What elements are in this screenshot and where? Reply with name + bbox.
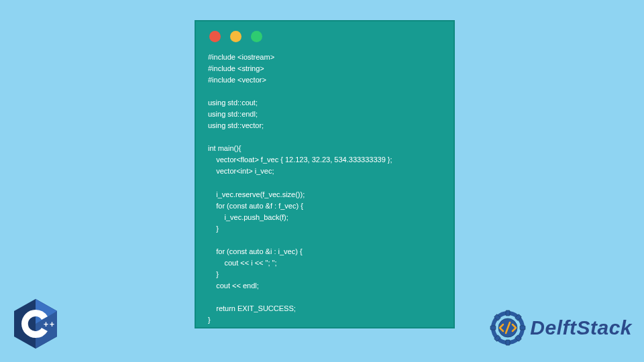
minimize-icon[interactable] bbox=[230, 31, 241, 42]
delftstack-logo: DelftStack bbox=[490, 310, 632, 346]
svg-rect-6 bbox=[506, 310, 510, 316]
svg-text:+: + bbox=[44, 320, 48, 329]
svg-rect-8 bbox=[490, 326, 496, 330]
gear-icon bbox=[490, 310, 526, 346]
window-controls bbox=[209, 31, 441, 42]
delftstack-label: DelftStack bbox=[530, 316, 632, 339]
cpp-logo-icon: + + bbox=[12, 298, 59, 350]
code-block: #include <iostream> #include <string> #i… bbox=[208, 52, 441, 326]
svg-rect-7 bbox=[506, 340, 510, 345]
code-window: #include <iostream> #include <string> #i… bbox=[195, 20, 455, 328]
svg-rect-9 bbox=[520, 326, 525, 330]
svg-text:+: + bbox=[50, 320, 54, 329]
maximize-icon[interactable] bbox=[251, 31, 262, 42]
close-icon[interactable] bbox=[209, 31, 221, 42]
